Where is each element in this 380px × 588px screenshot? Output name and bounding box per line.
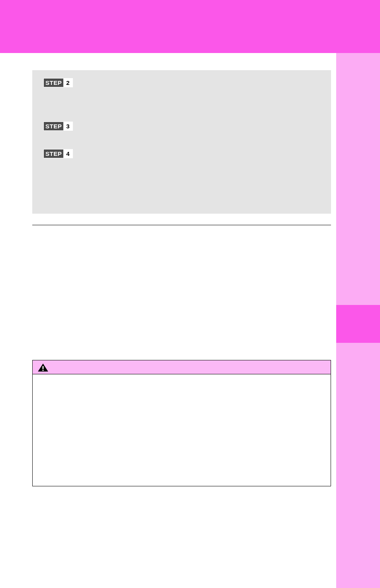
steps-box: STEP 2 STEP 3 STEP 4 <box>32 70 331 214</box>
top-banner <box>0 0 380 53</box>
step-label: STEP <box>44 122 63 130</box>
body-section <box>32 232 331 340</box>
step-label: STEP <box>44 149 63 158</box>
warning-box <box>32 360 331 486</box>
warning-head <box>33 360 331 374</box>
svg-rect-2 <box>43 370 44 371</box>
step-block: STEP 3 <box>43 122 320 135</box>
page-content: STEP 2 STEP 3 STEP 4 <box>32 70 331 340</box>
warning-icon <box>37 363 49 372</box>
step-number: 3 <box>63 122 72 130</box>
step-block: STEP 2 <box>43 78 320 107</box>
side-marker <box>336 305 380 343</box>
warning-body <box>33 374 331 486</box>
step-badge: STEP 3 <box>43 122 73 131</box>
divider <box>32 225 331 225</box>
step-badge: STEP 4 <box>43 149 73 158</box>
step-badge: STEP 2 <box>43 78 73 87</box>
step-number: 2 <box>63 79 72 87</box>
step-block: STEP 4 <box>43 149 320 162</box>
step-label: STEP <box>44 79 63 87</box>
step-number: 4 <box>63 149 72 158</box>
svg-rect-1 <box>43 366 44 369</box>
